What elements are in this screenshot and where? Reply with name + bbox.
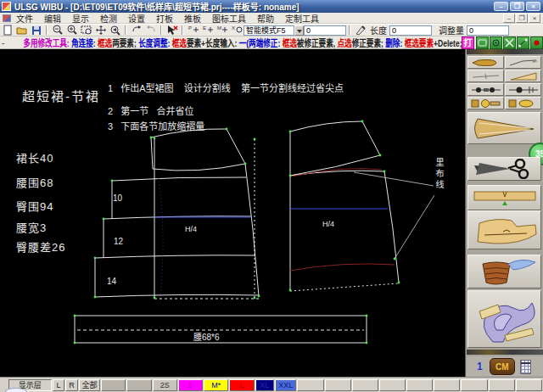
hint-segment: 被修正要素, — [297, 38, 338, 48]
scissors-tool-button[interactable] — [467, 157, 541, 181]
record-tool-button[interactable] — [530, 36, 543, 49]
size-button-xl[interactable]: XL — [255, 379, 274, 391]
size-button-m[interactable]: M* — [204, 379, 228, 391]
tier-label-14: 14 — [107, 277, 116, 286]
size-slot-empty[interactable] — [126, 379, 151, 391]
hint-prefix: - — [2, 38, 4, 48]
menu-view[interactable]: 显示 — [72, 12, 89, 25]
gauge-tool-button[interactable] — [505, 83, 541, 96]
scissors-tool-button[interactable] — [503, 36, 516, 49]
lining-line-label: 里布线 — [433, 158, 445, 191]
menu-bar: 文件 编辑 显示 检测 设置 打板 推板 图标工具 帮助 定制工具 – ❐ × — [0, 13, 543, 24]
menu-settings[interactable]: 设置 — [128, 12, 145, 25]
right-piece-button[interactable]: R — [65, 379, 78, 391]
sidebar-footer: 1 CM — [467, 356, 543, 377]
mdi-restore-button[interactable]: ❐ — [516, 14, 528, 23]
hint-segment: 修正要素; — [352, 38, 386, 48]
hint-segment: 一(两端修正: — [239, 38, 283, 48]
measurement-skirt-length: 裙长40 — [16, 149, 53, 165]
menu-custom-tools[interactable]: 定制工具 — [285, 12, 319, 25]
size-slot-empty[interactable] — [352, 379, 378, 391]
size-slot-empty[interactable] — [297, 379, 323, 391]
menu-edit[interactable]: 编辑 — [44, 12, 61, 25]
node-edit-tool-button[interactable] — [517, 36, 529, 49]
toolbox-divider-bar — [467, 350, 543, 355]
mdi-minimize-button[interactable]: – — [503, 14, 515, 23]
menu-help[interactable]: 帮助 — [257, 12, 274, 25]
size-button-l[interactable]: L — [229, 379, 254, 391]
instruction-line-3: 3 下面各节加放缩褶量 — [108, 119, 204, 132]
hint-segment: 框选 — [98, 38, 112, 48]
size-button-2s[interactable]: 2S — [153, 379, 177, 391]
size-slot-empty[interactable] — [406, 379, 433, 391]
adjust-amount-input[interactable] — [467, 25, 509, 36]
menu-pattern[interactable]: 打板 — [156, 12, 173, 25]
hint-segment: 框选 — [172, 38, 187, 48]
hint-segment: 多用修改工具: — [24, 38, 72, 48]
hint-segment: 长度调整: — [139, 38, 173, 48]
notch-tool-button[interactable] — [467, 185, 541, 210]
red-seam-curve-bottom — [290, 264, 395, 271]
size-slot-empty[interactable] — [101, 379, 126, 391]
menu-check[interactable]: 检测 — [100, 12, 117, 25]
pattern-title: 超短裙-节裙 — [22, 87, 100, 104]
line-tool-button[interactable] — [467, 70, 504, 82]
size-slot-empty[interactable] — [461, 379, 487, 391]
tier-label-10: 10 — [113, 193, 122, 203]
skirt-back-piece — [290, 121, 399, 290]
hint-bar: - 多用修改工具: 角连接: 框选两要素; 长度调整: 框选要素+长度输入: 一… — [0, 36, 543, 49]
pattern-piece-tool-button[interactable] — [467, 210, 541, 249]
measurement-hip-waist-diff: 臀腰差26 — [16, 238, 65, 255]
size-slot-empty[interactable] — [516, 379, 542, 391]
hint-segment: 框选要素 — [405, 38, 434, 48]
measure-tool-button[interactable] — [467, 83, 504, 96]
piece-width-label-left: H/4 — [185, 225, 197, 233]
hint-segment: +Delete; — [434, 38, 464, 48]
mdi-close-button[interactable]: × — [529, 14, 540, 23]
app-icon — [2, 2, 11, 11]
angle-tool-button[interactable] — [505, 70, 541, 82]
size-slot-empty[interactable] — [325, 379, 351, 391]
size-button-xxl[interactable]: XXL — [275, 379, 296, 391]
piece-width-label-right: H/4 — [322, 220, 334, 228]
mirror-tool-button[interactable] — [505, 97, 541, 109]
menu-grading[interactable]: 推板 — [184, 12, 201, 25]
lining-leader-lines — [354, 172, 434, 259]
menu-file[interactable]: 文件 — [16, 12, 33, 25]
curve-ruler-tool-button[interactable] — [467, 290, 541, 348]
endpoint-markers — [74, 120, 400, 344]
minimize-button[interactable]: – — [494, 2, 508, 11]
instruction-line-1: 1 作出A型裙图 设计分割线 第一节分割线经过省尖点 — [108, 81, 344, 94]
hem-dashed-right — [290, 283, 399, 291]
pattern-canvas[interactable]: 超短裙-节裙 裙长40 腰围68 臀围94 腰宽3 臀腰差26 1 作出A型裙图… — [0, 49, 465, 377]
circle-tool-button[interactable] — [490, 36, 502, 49]
instruction-line-2: 2 第一节 合并省位 — [108, 104, 193, 117]
pattern-mode-button[interactable]: 打 — [462, 36, 474, 49]
size-slot-empty[interactable] — [489, 379, 515, 391]
unit-badge[interactable]: CM — [490, 358, 515, 375]
all-pieces-button[interactable]: 全部 — [79, 379, 100, 391]
rotate-tool-button[interactable] — [467, 97, 504, 109]
rect-select-tool-button[interactable] — [476, 36, 489, 49]
toolbox-title-bar[interactable] — [467, 49, 543, 54]
left-piece-button[interactable]: L — [53, 379, 65, 391]
waistband-label: 腰68*6 — [193, 330, 220, 343]
pen-tool-button[interactable] — [505, 56, 541, 69]
calculator-icon[interactable] — [520, 360, 531, 374]
hint-segment: 点选 — [338, 38, 352, 48]
size-button-s[interactable]: S — [178, 379, 203, 391]
hint-segment: 要素+长度输入: — [187, 38, 239, 48]
size-slot-empty[interactable] — [434, 379, 460, 391]
size-slot-empty[interactable] — [379, 379, 406, 391]
dart-tool-button[interactable] — [467, 112, 541, 144]
measurement-waist: 腰围68 — [16, 174, 53, 190]
close-button[interactable]: × — [526, 2, 540, 11]
tool-sidebar: 35 1 CM — [465, 49, 543, 377]
hint-segment: 两要素; — [113, 38, 139, 48]
menu-icon-tools[interactable]: 图标工具 — [212, 12, 246, 25]
basket-tool-button[interactable] — [467, 255, 541, 288]
pencil-tool-button[interactable] — [467, 56, 504, 69]
red-seam-curve-top — [291, 169, 382, 176]
document-icon — [3, 14, 11, 22]
restore-button[interactable]: ❐ — [510, 2, 524, 11]
